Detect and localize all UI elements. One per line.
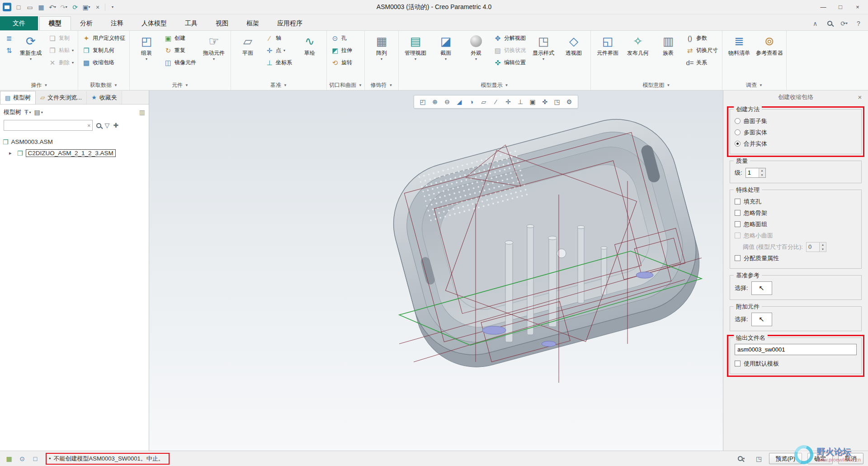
attach-select-button[interactable]: ↖ <box>751 313 772 326</box>
cancel-button[interactable]: 取消 <box>838 453 863 464</box>
pattern-button[interactable]: ▦ 阵列 ▾ <box>367 32 396 77</box>
graphics-select-button[interactable]: ◳ <box>755 454 764 463</box>
graphics-area[interactable]: ◰ ⊕ ⊖ ◢ ◑ ▱ ∕ ✛ ⊥ ▣ ✜ ◳ ⚙ <box>149 90 723 451</box>
regenerate-button[interactable]: ⟳ 重新生成 ▾ <box>16 32 45 77</box>
manage-views-button[interactable]: ▤ 管理视图 ▾ <box>401 32 430 77</box>
radio-merged-solid[interactable] <box>735 141 741 147</box>
repaint-button[interactable]: ◢ <box>454 97 465 107</box>
tab-file[interactable]: 文件 <box>0 16 38 30</box>
delete-button[interactable]: ✕删除▾ <box>47 57 75 68</box>
assemble-button[interactable]: ◰ 组装 ▾ <box>132 32 161 77</box>
parameters-button[interactable]: ()参数 <box>684 33 720 43</box>
shrinkwrap-button[interactable]: ▩收缩包络 <box>80 57 127 68</box>
spin-down-icon[interactable]: ▾ <box>759 173 765 177</box>
tree-search-input[interactable] <box>4 120 87 130</box>
zoom-in-button[interactable]: ⊕ <box>429 97 440 107</box>
tree-add-button[interactable]: ✚ <box>113 122 118 129</box>
zoom-window-button[interactable]: ◰ <box>417 97 428 107</box>
help-button[interactable]: ? <box>854 19 863 29</box>
tab-view[interactable]: 视图 <box>207 16 237 30</box>
checkbox-assign-mass-properties[interactable] <box>735 255 741 261</box>
regenerate-quick-button[interactable]: ⟳ <box>71 2 79 12</box>
undo-button[interactable]: ↶▾ <box>48 2 57 12</box>
radio-row-faceted-solid[interactable]: 多面实体 <box>735 127 857 138</box>
appearance-button[interactable]: 外观 ▾ <box>462 32 491 77</box>
clear-search-icon[interactable]: × <box>87 122 91 129</box>
view-filters-button[interactable]: ⚙ <box>564 97 575 107</box>
output-filename-input[interactable] <box>735 344 857 355</box>
annotation-display-button[interactable]: ▣ <box>527 97 538 107</box>
expander-icon[interactable]: ▸ <box>9 150 14 156</box>
display-style-button[interactable]: ◳ 显示样式 ▾ <box>529 32 558 77</box>
switch-dimensions-button[interactable]: ⇄切换尺寸 <box>684 45 720 56</box>
tree-filter-funnel-button[interactable]: ▽ <box>105 122 110 129</box>
relations-button[interactable]: d=关系 <box>684 57 720 68</box>
repeat-button[interactable]: ↻重复 <box>162 45 198 56</box>
tab-tools[interactable]: 工具 <box>176 16 207 30</box>
component-interface-button[interactable]: ◱ 元件界面 <box>593 32 622 77</box>
radio-surface-subset[interactable] <box>735 118 741 124</box>
browser-toggle-button[interactable]: ⊙ <box>18 454 27 463</box>
create-button[interactable]: ▣创建 <box>162 33 198 43</box>
hole-button[interactable]: ⊙孔 <box>329 33 354 43</box>
tree-columns-button[interactable]: ▥ <box>139 109 145 116</box>
point-display-button[interactable]: ✛ <box>503 97 514 107</box>
copy-geometry-button[interactable]: ❒复制几何 <box>80 45 127 56</box>
tab-framework[interactable]: 框架 <box>237 16 268 30</box>
checkbox-ignore-quilts[interactable] <box>735 221 741 227</box>
regen-manager-button[interactable]: ⇅ <box>3 45 15 56</box>
sync-button[interactable]: ⟳▾ <box>840 19 848 29</box>
group-label-cut-surface[interactable]: 切口和曲面▼ <box>329 80 362 90</box>
family-table-button[interactable]: ▥ 族表 <box>654 32 683 77</box>
collapse-ribbon-button[interactable]: ∧ <box>811 19 819 29</box>
reference-viewer-button[interactable]: ⊚ 参考查看器 <box>755 32 784 77</box>
close-window-button[interactable]: × <box>94 2 102 12</box>
tree-toggle-button[interactable]: ▦ <box>5 454 14 463</box>
tab-analysis[interactable]: 分析 <box>71 16 102 30</box>
sketch-button[interactable]: ∿ 草绘 <box>295 32 324 77</box>
group-label-modifiers[interactable]: 修饰符▼ <box>367 80 396 90</box>
group-label-datum[interactable]: 基准▼ <box>233 80 324 90</box>
datum-select-button[interactable]: ↖ <box>751 281 772 295</box>
tab-favorites[interactable]: ★收藏夹 <box>87 91 122 104</box>
revolve-button[interactable]: ⟲旋转 <box>329 57 354 68</box>
axis-display-button[interactable]: ∕ <box>491 97 501 107</box>
tree-row-root[interactable]: ❒ ASM0003.ASM <box>3 136 146 147</box>
search-button[interactable] <box>826 19 834 29</box>
select-box-button[interactable]: □ <box>31 454 40 463</box>
checkbox-row-default-template[interactable]: 使用默认模板 <box>735 358 857 369</box>
model-viewport[interactable] <box>149 90 723 451</box>
spin-center-button[interactable]: ✜ <box>539 97 550 107</box>
checkbox-ignore-skeletons[interactable] <box>735 210 741 216</box>
switch-status-button[interactable]: ▨切换状况 <box>492 45 528 56</box>
exploded-view-button[interactable]: ✥分解视图 <box>492 33 528 43</box>
regen-settings-button[interactable]: ≣ <box>3 33 15 43</box>
shading-button[interactable]: ◑ <box>466 97 477 107</box>
copy-button[interactable]: ❏复制 <box>47 33 75 43</box>
tab-model-tree[interactable]: ▤模型树 <box>0 91 36 104</box>
plane-display-button[interactable]: ▱ <box>478 97 489 107</box>
checkbox-row-fill-holes[interactable]: 填充孔 <box>735 196 857 207</box>
csys-display-button[interactable]: ⊥ <box>515 97 526 107</box>
group-label-investigate[interactable]: 调查▼ <box>725 80 784 90</box>
group-label-get-data[interactable]: 获取数据▼ <box>80 80 127 90</box>
tab-model[interactable]: 模型 <box>39 16 71 30</box>
section-button[interactable]: ◪ 截面 ▾ <box>431 32 460 77</box>
publish-geometry-button[interactable]: ✧ 发布几何 <box>623 32 652 77</box>
radio-row-surface-subset[interactable]: 曲面子集 <box>735 115 857 127</box>
plane-button[interactable]: ▱ 平面 <box>233 32 262 77</box>
group-label-model-intent[interactable]: 模型意图▼ <box>593 80 720 90</box>
find-in-tree-button[interactable] <box>96 123 101 128</box>
tree-settings-button[interactable]: ▤▾ <box>34 109 43 116</box>
axis-button[interactable]: ∕轴 <box>264 33 294 43</box>
close-button[interactable]: × <box>850 2 865 13</box>
dialog-close-button[interactable]: × <box>855 92 864 101</box>
csys-button[interactable]: ⊥坐标系 <box>264 57 294 68</box>
bom-button[interactable]: ≣ 物料清单 <box>725 32 754 77</box>
drag-components-button[interactable]: ☞ 拖动元件 ▾ <box>199 32 228 77</box>
tab-annotate[interactable]: 注释 <box>102 16 132 30</box>
mirror-component-button[interactable]: ◫镜像元件 <box>162 57 198 68</box>
radio-row-merged-solid[interactable]: 合并实体 <box>735 138 857 149</box>
new-file-button[interactable]: □ <box>14 2 23 12</box>
point-button[interactable]: ✛点▾ <box>264 45 294 56</box>
